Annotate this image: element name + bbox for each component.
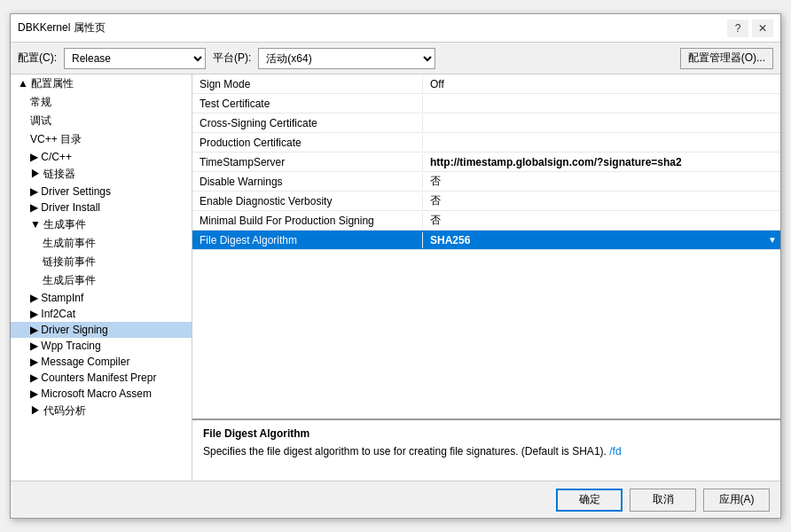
- property-grid: Sign ModeOffTest CertificateCross-Signin…: [192, 74, 780, 419]
- prop-dropdown-file-digest[interactable]: ▼: [764, 232, 780, 248]
- prop-name-enable-diagnostic: Enable Diagnostic Verbosity: [192, 193, 423, 209]
- title-bar: DBKKernel 属性页 ? ✕: [11, 14, 780, 43]
- tree-item-tiao-shi[interactable]: 调试: [11, 112, 192, 130]
- prop-name-timestamp-server: TimeStampServer: [192, 154, 423, 170]
- tree-item-inf2cat[interactable]: ▶ Inf2Cat: [11, 306, 192, 322]
- prop-name-test-cert: Test Certificate: [192, 96, 423, 112]
- prop-name-minimal-build: Minimal Build For Production Signing: [192, 213, 423, 229]
- title-controls: ? ✕: [727, 20, 773, 37]
- prop-row-production-cert[interactable]: Production Certificate: [192, 133, 780, 153]
- prop-value-timestamp-server: http://timestamp.globalsign.com/?signatu…: [423, 154, 780, 170]
- config-label: 配置(C):: [18, 51, 57, 66]
- prop-name-sign-mode: Sign Mode: [192, 76, 423, 92]
- tree-item-chang-gui[interactable]: 常规: [11, 93, 192, 112]
- tree-item-driver-install[interactable]: ▶ Driver Install: [11, 200, 192, 215]
- tree-item-wpp-tracing[interactable]: ▶ Wpp Tracing: [11, 338, 192, 354]
- platform-select[interactable]: 活动(x64): [258, 48, 435, 69]
- config-select[interactable]: Release: [64, 48, 206, 69]
- prop-value-enable-diagnostic: 否: [423, 192, 780, 210]
- description-title: File Digest Algorithm: [203, 427, 770, 440]
- prop-value-sign-mode: Off: [423, 76, 780, 92]
- prop-row-cross-signing-cert[interactable]: Cross-Signing Certificate: [192, 113, 780, 133]
- tree-panel: ▲ 配置属性常规调试VC++ 目录▶ C/C++▶ 链接器▶ Driver Se…: [11, 74, 192, 481]
- tree-container: ▲ 配置属性常规调试VC++ 目录▶ C/C++▶ 链接器▶ Driver Se…: [11, 74, 192, 420]
- tree-item-code-analysis[interactable]: ▶ 代码分析: [11, 402, 192, 420]
- property-panel: Sign ModeOffTest CertificateCross-Signin…: [192, 74, 780, 481]
- toolbar: 配置(C): Release 平台(P): 活动(x64) 配置管理器(O)..…: [11, 43, 780, 74]
- tree-item-linker[interactable]: ▶ 链接器: [11, 165, 192, 184]
- button-bar: 确定 取消 应用(A): [11, 481, 780, 518]
- prop-value-minimal-build: 否: [423, 211, 780, 230]
- description-panel: File Digest Algorithm Specifies the file…: [192, 419, 780, 481]
- tree-item-pre-link[interactable]: 链接前事件: [11, 253, 192, 271]
- tree-item-driver-signing[interactable]: ▶ Driver Signing: [11, 322, 192, 338]
- platform-label: 平台(P):: [213, 51, 251, 66]
- prop-value-disable-warnings: 否: [423, 172, 780, 191]
- prop-name-cross-signing-cert: Cross-Signing Certificate: [192, 115, 423, 131]
- prop-name-disable-warnings: Disable Warnings: [192, 174, 423, 190]
- prop-row-file-digest[interactable]: File Digest AlgorithmSHA256▼: [192, 231, 780, 250]
- prop-value-file-digest: SHA256▼: [423, 232, 780, 248]
- tree-item-macro-assembler[interactable]: ▶ Microsoft Macro Assem: [11, 386, 192, 402]
- main-window: DBKKernel 属性页 ? ✕ 配置(C): Release 平台(P): …: [10, 13, 781, 519]
- prop-name-production-cert: Production Certificate: [192, 135, 423, 151]
- tree-item-cpp[interactable]: ▶ C/C++: [11, 149, 192, 165]
- tree-item-pre-build[interactable]: 生成前事件: [11, 234, 192, 253]
- ok-button[interactable]: 确定: [556, 489, 623, 512]
- help-button[interactable]: ?: [727, 20, 748, 37]
- prop-row-test-cert[interactable]: Test Certificate: [192, 94, 780, 113]
- close-button[interactable]: ✕: [752, 20, 773, 37]
- tree-item-build-events[interactable]: ▼ 生成事件: [11, 215, 192, 234]
- prop-value-production-cert: [423, 141, 780, 145]
- prop-row-sign-mode[interactable]: Sign ModeOff: [192, 74, 780, 94]
- description-text-content: Specifies the file digest algorithm to u…: [203, 445, 607, 458]
- window-title: DBKKernel 属性页: [18, 20, 106, 35]
- prop-value-test-cert: [423, 102, 780, 106]
- cancel-button[interactable]: 取消: [630, 489, 696, 512]
- prop-grid-container: Sign ModeOffTest CertificateCross-Signin…: [192, 74, 780, 250]
- tree-item-driver-settings[interactable]: ▶ Driver Settings: [11, 184, 192, 200]
- description-link[interactable]: /fd: [609, 445, 621, 458]
- config-manager-button[interactable]: 配置管理器(O)...: [680, 48, 773, 69]
- tree-item-message-compiler[interactable]: ▶ Message Compiler: [11, 354, 192, 370]
- prop-row-minimal-build[interactable]: Minimal Build For Production Signing否: [192, 211, 780, 231]
- prop-value-cross-signing-cert: [423, 121, 780, 125]
- main-content: ▲ 配置属性常规调试VC++ 目录▶ C/C++▶ 链接器▶ Driver Se…: [11, 74, 780, 481]
- apply-button[interactable]: 应用(A): [703, 489, 770, 512]
- prop-row-enable-diagnostic[interactable]: Enable Diagnostic Verbosity否: [192, 192, 780, 211]
- description-text: Specifies the file digest algorithm to u…: [203, 443, 770, 459]
- tree-item-vc-directory[interactable]: VC++ 目录: [11, 130, 192, 149]
- tree-item-counters-manifest[interactable]: ▶ Counters Manifest Prepr: [11, 370, 192, 386]
- tree-item-pei-zhi-shuxing[interactable]: ▲ 配置属性: [11, 74, 192, 93]
- tree-item-stampinf[interactable]: ▶ StampInf: [11, 290, 192, 306]
- prop-name-file-digest: File Digest Algorithm: [192, 232, 423, 248]
- prop-row-disable-warnings[interactable]: Disable Warnings否: [192, 172, 780, 192]
- prop-row-timestamp-server[interactable]: TimeStampServerhttp://timestamp.globalsi…: [192, 153, 780, 172]
- tree-item-post-build[interactable]: 生成后事件: [11, 271, 192, 290]
